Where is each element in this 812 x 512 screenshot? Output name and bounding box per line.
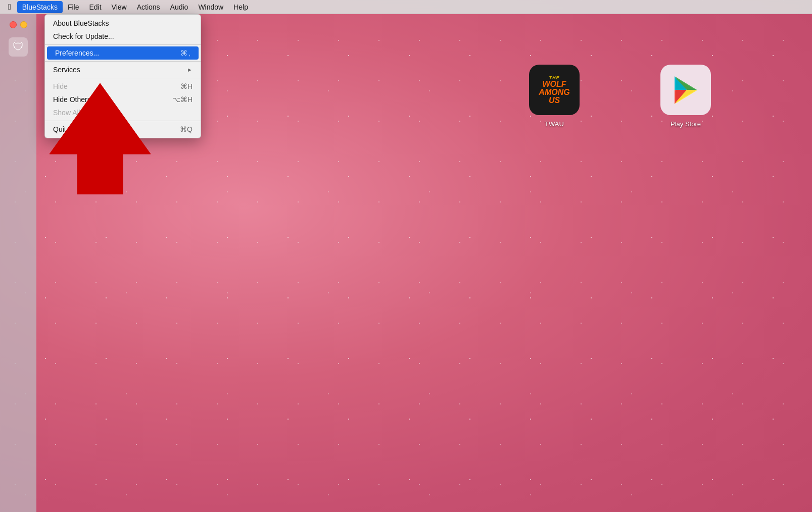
- close-button[interactable]: [10, 21, 17, 28]
- menubar-window[interactable]: Window: [193, 1, 228, 13]
- menu-hide-others[interactable]: Hide Others ⌥⌘H: [45, 93, 201, 106]
- menubar-file[interactable]: File: [63, 1, 84, 13]
- menubar:  BlueStacks File Edit View Actions Audi…: [0, 0, 812, 14]
- menu-about[interactable]: About BlueStacks: [45, 17, 201, 30]
- menubar-edit[interactable]: Edit: [84, 1, 106, 13]
- menu-hide: Hide ⌘H: [45, 80, 201, 93]
- twau-app[interactable]: THE WOLFAMONGUS TWAU: [529, 65, 580, 128]
- sidebar-strip: 🛡: [0, 14, 36, 512]
- menu-preferences[interactable]: Preferences... ⌘,: [47, 46, 199, 60]
- menu-separator-4: [45, 121, 201, 121]
- menu-check-update[interactable]: Check for Update...: [45, 30, 201, 43]
- menu-services[interactable]: Services ►: [45, 63, 201, 76]
- apple-menu[interactable]: : [4, 1, 15, 13]
- menu-quit[interactable]: Quit BlueStacks ⌘Q: [45, 123, 201, 136]
- menubar-bluestacks[interactable]: BlueStacks: [17, 1, 63, 13]
- menubar-audio[interactable]: Audio: [165, 1, 194, 13]
- menubar-actions[interactable]: Actions: [132, 1, 165, 13]
- twau-label: TWAU: [545, 120, 564, 128]
- menu-show-all: Show All: [45, 106, 201, 119]
- twau-icon: THE WOLFAMONGUS: [529, 65, 580, 115]
- bluestacks-menu: About BlueStacks Check for Update... Pre…: [44, 14, 201, 138]
- playstore-app[interactable]: Play Store: [660, 65, 711, 128]
- playstore-icon: [660, 65, 711, 115]
- shield-icon: 🛡: [9, 37, 28, 57]
- menu-separator-1: [45, 44, 201, 45]
- menu-separator-3: [45, 78, 201, 78]
- menu-separator-2: [45, 61, 201, 62]
- menubar-help[interactable]: Help: [228, 1, 253, 13]
- traffic-lights: [10, 21, 27, 28]
- playstore-label: Play Store: [671, 120, 701, 128]
- menubar-view[interactable]: View: [107, 1, 132, 13]
- minimize-button[interactable]: [20, 21, 27, 28]
